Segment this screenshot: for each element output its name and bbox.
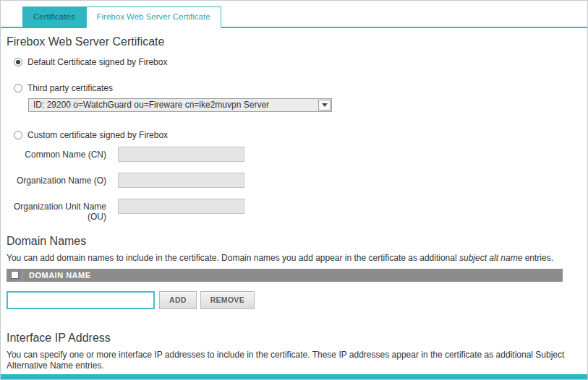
radio-label-custom-certificate: Custom certificate signed by Firebox [27,130,168,140]
common-name-field[interactable] [118,147,244,162]
organization-unit-name-field[interactable] [118,199,244,214]
radio-row-custom-certificate[interactable]: Custom certificate signed by Firebox [14,130,581,140]
domain-remove-button[interactable]: REMOVE [200,291,255,309]
domain-desc-pre: You can add domain names to include in t… [7,253,459,263]
domain-select-all-cell [7,269,23,282]
custom-certificate-form: Common Name (CN) Organization Name (O) O… [7,147,581,222]
domain-desc-emphasis: subject alt name [459,253,522,263]
radio-label-third-party: Third party certificates [27,83,113,93]
form-row-organization-unit-name: Organization Unit Name (OU) [7,199,581,222]
tab-certificates[interactable]: Certificates [22,7,86,27]
caret-shape [322,103,328,107]
interface-ip-description: You can specify one or more interface IP… [7,350,581,371]
tab-bar: Certificates Firebox Web Server Certific… [1,1,587,28]
organization-name-label: Organization Name (O) [7,173,106,186]
form-row-common-name: Common Name (CN) [7,147,581,162]
page-title: Firebox Web Server Certificate [7,35,581,48]
domain-names-title: Domain Names [7,235,581,248]
radio-row-default-certificate[interactable]: Default Certificate signed by Firebox [14,57,581,67]
third-party-certificate-select[interactable]: ID: 29200 o=WatchGuard ou=Fireware cn=ik… [28,98,332,112]
domain-names-description: You can add domain names to include in t… [7,253,581,264]
app-window: Certificates Firebox Web Server Certific… [0,0,588,380]
radio-button-default-certificate[interactable] [14,58,22,66]
organization-unit-name-label: Organization Unit Name (OU) [7,199,106,222]
domain-names-table-header: DOMAIN NAME [7,269,563,282]
tab-firebox-web-server-certificate[interactable]: Firebox Web Server Certificate [86,7,221,28]
radio-label-default-certificate: Default Certificate signed by Firebox [27,57,167,67]
radio-button-third-party[interactable] [14,84,22,92]
domain-desc-post: entries. [522,253,553,263]
select-selected-value: ID: 29200 o=WatchGuard ou=Fireware cn=ik… [33,100,269,110]
domain-select-all-checkbox[interactable] [11,271,19,279]
organization-name-field[interactable] [118,173,244,188]
domain-name-action-row: ADD REMOVE [7,291,581,309]
radio-button-custom-certificate[interactable] [14,131,22,139]
form-row-organization-name: Organization Name (O) [7,173,581,188]
domain-name-column-header: DOMAIN NAME [23,271,91,280]
page-content: Firebox Web Server Certificate Default C… [1,28,587,380]
radio-row-third-party[interactable]: Third party certificates [14,83,581,93]
chevron-down-icon[interactable] [318,100,331,111]
interface-ip-title: Interface IP Address [7,332,581,345]
footer-accent-bar [1,374,587,379]
common-name-label: Common Name (CN) [7,147,106,160]
domain-name-input[interactable] [7,291,155,309]
domain-add-button[interactable]: ADD [159,291,197,309]
